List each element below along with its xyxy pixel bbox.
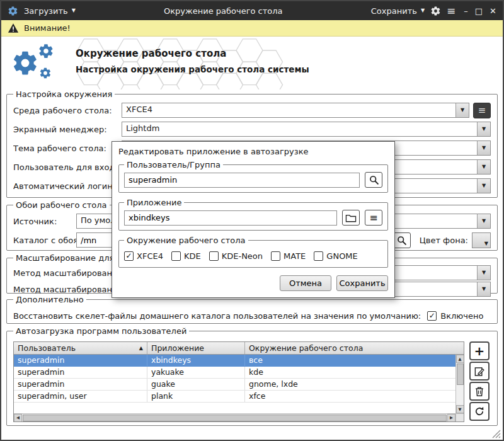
dropdown-button[interactable]: ▼ (477, 282, 490, 296)
table-cell: все (245, 355, 455, 366)
dropdown-button[interactable]: ▼ (455, 103, 469, 117)
load-label: Загрузить (24, 6, 68, 16)
desktop-environment-label: Среда рабочего стола: (13, 106, 122, 115)
scroll-left-icon[interactable]: ◀ (14, 414, 22, 422)
scroll-thumb[interactable] (457, 364, 464, 385)
minimize-button[interactable]: – (464, 6, 468, 16)
search-user-button[interactable] (365, 172, 382, 188)
table-actions: + (469, 341, 491, 422)
resize-grip[interactable] (491, 428, 501, 438)
env-option-kde[interactable]: KDE (171, 251, 201, 261)
option-label: MATE (284, 251, 306, 261)
enabled-label: Включено (440, 311, 483, 321)
app-header: Окружение рабочего стола Настройка окруж… (1, 37, 503, 89)
column-header-app[interactable]: Приложение (147, 342, 245, 354)
bg-color-label: Цвет фона: (420, 236, 468, 245)
dialog-title: Редактировать приложение в автозагрузке (112, 142, 394, 160)
autologin-label: Автоматический логин пол (13, 181, 122, 191)
search-icon (396, 235, 407, 246)
wallpaper-dir-label: Каталог с обоями: (13, 236, 76, 245)
application-input[interactable] (124, 210, 337, 226)
list-icon: ≡ (478, 105, 486, 116)
column-header-user[interactable]: Пользователь ▲ (14, 342, 147, 354)
status-bar (1, 427, 503, 440)
env-option-kde-neon[interactable]: KDE-Neon (209, 251, 263, 261)
plus-icon: + (474, 345, 485, 357)
dropdown-button[interactable]: ▼ (477, 179, 490, 193)
chevron-down-icon: ▼ (482, 164, 486, 169)
chevron-down-icon: ▼ (482, 183, 486, 188)
refresh-button[interactable] (469, 402, 490, 421)
scroll-right-icon[interactable]: ▶ (447, 414, 455, 422)
table-cell: xfce (245, 391, 455, 402)
chevron-down-icon: ▼ (421, 8, 425, 13)
window-controls: – □ ✕ (464, 6, 496, 16)
env-option-mate[interactable]: MATE (271, 251, 306, 261)
table-cell: kde (245, 367, 455, 378)
table-row[interactable]: superadminyakuakekde (14, 367, 455, 379)
dropdown-button[interactable]: ▼ (477, 141, 490, 155)
logo-gear-icon (11, 49, 39, 77)
delete-button[interactable] (469, 382, 490, 401)
close-button[interactable]: ✕ (490, 6, 496, 16)
app-menu-button[interactable]: ≡ (365, 210, 382, 226)
application-legend: Приложение (124, 198, 184, 207)
table-cell: gnome, lxde (245, 379, 455, 390)
table-row[interactable]: superadmin, userplankxfce (14, 391, 455, 403)
dropdown-button[interactable]: ▼ (477, 214, 490, 228)
scroll-thumb[interactable] (23, 415, 447, 421)
horizontal-scrollbar[interactable]: ◀ ▶ (14, 413, 455, 421)
cancel-button[interactable]: Отмена (280, 275, 331, 291)
wallpaper-source-label: Источник: (13, 217, 76, 226)
maximize-button[interactable]: □ (475, 6, 483, 16)
autostart-legend: Автозагрузка программ пользователей (13, 326, 189, 336)
autostart-table-body: superadminxbindkeysвсеsuperadminyakuakek… (14, 355, 455, 413)
display-manager-select[interactable]: Lightdm ▼ (122, 122, 491, 137)
app-gear-icon (8, 6, 18, 16)
settings-gear-icon[interactable] (430, 6, 441, 16)
app-logo (11, 42, 59, 84)
save-button[interactable]: Сохранить (336, 275, 388, 291)
dropdown-button[interactable]: ▼ (477, 122, 490, 136)
table-cell: superadmin (14, 367, 147, 378)
dialog-env-legend: Окружение рабочего стола (124, 236, 248, 245)
table-cell: superadmin (14, 355, 147, 366)
column-header-env[interactable]: Окружение рабочего стола (245, 342, 464, 354)
enabled-checkbox[interactable]: ✓ (427, 311, 437, 321)
vertical-scrollbar[interactable]: ▲ ▼ (455, 355, 464, 413)
dropdown-button[interactable]: ▼ (477, 160, 490, 174)
table-cell: xbindkeys (147, 355, 245, 366)
env-option-gnome[interactable]: GNOME (314, 251, 357, 261)
load-menu-button[interactable]: Загрузить ▼ (24, 6, 76, 16)
chevron-down-icon: ▼ (461, 108, 464, 113)
menu-icon[interactable]: ≡ (447, 6, 455, 16)
add-button[interactable]: + (469, 341, 490, 360)
bg-color-picker[interactable]: ▼ (472, 232, 491, 248)
table-header: Пользователь ▲ Приложение Окружение рабо… (14, 342, 464, 355)
user-group-legend: Пользователь/Группа (124, 160, 223, 169)
scroll-down-icon[interactable]: ▼ (456, 405, 464, 413)
user-group-input[interactable] (124, 173, 360, 188)
logo-gear-icon (38, 43, 54, 59)
user-group-fieldset: Пользователь/Группа (118, 160, 388, 193)
combo-value: Lightdm (122, 122, 477, 136)
table-cell: superadmin, user (14, 391, 147, 402)
environment-list-button[interactable]: ≡ (473, 103, 491, 118)
edit-autostart-dialog: Редактировать приложение в автозагрузке … (112, 141, 395, 298)
table-row[interactable]: superadminguakegnome, lxde (14, 379, 455, 391)
save-menu-button[interactable]: Сохранить ▼ (371, 6, 425, 16)
dropdown-button[interactable]: ▼ (477, 266, 490, 280)
chevron-down-icon: ▼ (482, 146, 486, 151)
env-option-xfce4[interactable]: ✓ XFCE4 (124, 251, 163, 261)
scroll-up-icon[interactable]: ▲ (456, 355, 464, 363)
search-wallpaper-button[interactable] (393, 232, 411, 248)
browse-app-button[interactable] (342, 210, 360, 226)
table-row[interactable]: superadminxbindkeysвсе (14, 355, 455, 367)
desktop-environment-select[interactable]: XFCE4 ▼ (122, 103, 469, 118)
chevron-down-icon: ▼ (484, 241, 488, 246)
edit-button[interactable] (469, 362, 490, 381)
hex-pattern (76, 37, 290, 89)
table-cell: guake (147, 379, 245, 390)
checkbox-icon (171, 251, 181, 261)
option-label: XFCE4 (137, 251, 163, 261)
